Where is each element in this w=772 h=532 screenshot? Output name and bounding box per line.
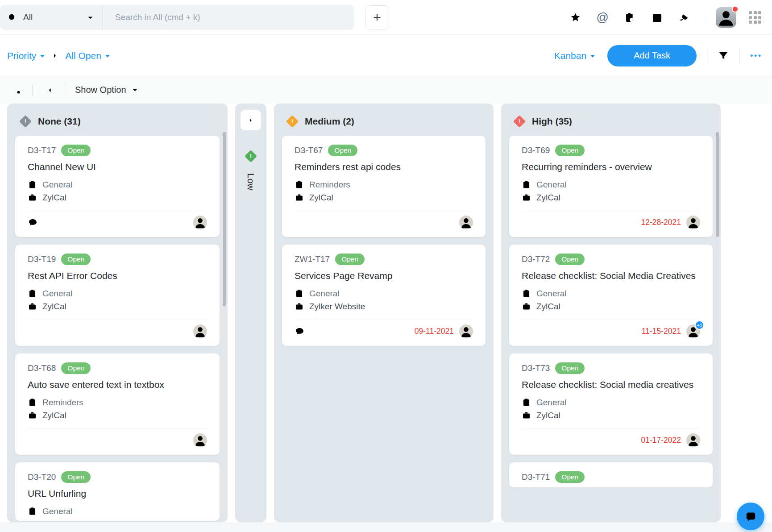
search-input[interactable] — [115, 12, 354, 22]
task-title[interactable]: Channel New UI — [28, 161, 207, 174]
collapse-columns-icon[interactable] — [42, 84, 55, 96]
column-header[interactable]: ! Medium (2) — [274, 104, 494, 136]
task-id[interactable]: D3-T72 — [522, 254, 550, 264]
task-id[interactable]: D3-T17 — [28, 145, 56, 155]
tasklist-icon — [28, 180, 37, 189]
task-title[interactable]: Services Page Revamp — [295, 270, 473, 283]
task-title[interactable]: Auto save entered text in textbox — [28, 378, 207, 391]
kanban-board: ! None (31) D3-T17 Open Channel New UI G… — [0, 104, 772, 522]
task-card[interactable]: D3-T67 Open Reminders rest api codes Rem… — [282, 136, 486, 237]
chat-fab-button[interactable] — [737, 503, 764, 530]
priority-medium-diamond-icon: ! — [286, 115, 299, 128]
board-settings-icon[interactable] — [10, 84, 22, 96]
task-title[interactable]: Rest API Error Codes — [28, 270, 207, 283]
favorites-star-icon[interactable] — [569, 12, 581, 24]
tasklist-label: General — [536, 180, 567, 190]
assignee-avatar[interactable] — [193, 433, 207, 447]
status-badge: Open — [555, 145, 585, 156]
due-date: 11-15-2021 — [642, 327, 681, 336]
user-avatar[interactable] — [716, 7, 736, 28]
task-card[interactable]: ZW1-T17 Open Services Page Revamp Genera… — [282, 245, 486, 346]
task-card[interactable]: D3-T19 Open Rest API Error Codes General… — [15, 245, 220, 346]
divider — [739, 48, 740, 64]
assignee-avatar[interactable] — [459, 216, 473, 229]
top-bar: All + @ — [0, 0, 772, 35]
task-card[interactable]: D3-T17 Open Channel New UI General ZylCa… — [15, 136, 220, 237]
divider — [32, 84, 33, 96]
tasklist-icon — [28, 289, 37, 298]
task-card[interactable]: D3-T71 Open — [509, 462, 713, 487]
column-title: None (31) — [38, 116, 81, 127]
tasklist-row: Reminders — [28, 398, 207, 407]
project-label: Zylker Website — [309, 302, 365, 312]
project-briefcase-icon — [295, 302, 304, 311]
task-card[interactable]: D3-T68 Open Auto save entered text in te… — [15, 353, 220, 455]
assignee-avatar[interactable] — [686, 433, 700, 447]
view-switch-dropdown[interactable]: Kanban — [539, 50, 595, 61]
caret-down-icon — [40, 55, 45, 58]
add-task-button[interactable]: Add Task — [607, 45, 697, 66]
comment-icon[interactable] — [28, 217, 38, 228]
tasklist-icon — [522, 180, 531, 189]
toolbar-actions: Kanban Add Task ••• — [539, 45, 762, 66]
task-id[interactable]: D3-T20 — [28, 472, 56, 482]
kanban-column-none: ! None (31) D3-T17 Open Channel New UI G… — [7, 104, 228, 522]
status-badge: Open — [61, 471, 91, 483]
breadcrumb-priority-dropdown[interactable]: Priority — [7, 50, 45, 61]
task-id[interactable]: D3-T71 — [522, 472, 550, 482]
task-id[interactable]: ZW1-T17 — [295, 254, 330, 264]
apps-grid-icon[interactable] — [749, 11, 761, 24]
person-icon — [686, 433, 700, 447]
task-card[interactable]: D3-T72 Open Release checklist: Social Me… — [509, 245, 713, 346]
column-scrollbar[interactable] — [223, 132, 226, 306]
tasklist-icon — [295, 289, 304, 298]
integrations-plug-icon[interactable] — [676, 9, 693, 26]
planned-tasks-icon[interactable] — [624, 12, 636, 24]
assignee-avatar[interactable] — [459, 324, 473, 338]
expand-column-button[interactable] — [241, 110, 261, 130]
column-header[interactable]: ! High (35) — [501, 104, 721, 136]
project-briefcase-icon — [295, 193, 304, 202]
status-badge: Open — [555, 362, 585, 374]
project-label: ZylCal — [536, 193, 560, 203]
task-id[interactable]: D3-T67 — [295, 145, 323, 155]
assignee-avatar[interactable] — [193, 216, 207, 229]
column-scrollbar[interactable] — [716, 132, 719, 237]
task-id[interactable]: D3-T68 — [28, 363, 56, 373]
task-card[interactable]: D3-T73 Open Release checklist: Social me… — [509, 353, 713, 455]
mentions-icon[interactable]: @ — [597, 12, 609, 24]
tasklist-row: General — [522, 180, 700, 190]
show-option-dropdown[interactable]: Show Option — [75, 85, 139, 95]
quick-add-button[interactable]: + — [365, 5, 389, 29]
topbar-actions: @ — [554, 0, 772, 35]
divider — [65, 84, 65, 96]
assignee-avatar-stack[interactable]: +1 — [686, 324, 700, 338]
project-briefcase-icon — [522, 302, 531, 311]
task-id[interactable]: D3-T19 — [28, 254, 56, 264]
project-briefcase-icon — [522, 411, 531, 420]
task-title[interactable]: Recurring reminders - overview — [522, 161, 700, 174]
column-header[interactable]: ! None (31) — [7, 104, 228, 136]
extra-assignees-badge[interactable]: +1 — [695, 320, 704, 330]
task-title[interactable]: Reminders rest api codes — [295, 161, 473, 174]
assignee-avatar[interactable] — [193, 324, 207, 338]
more-options-button[interactable]: ••• — [750, 51, 762, 60]
assignee-avatar[interactable] — [686, 216, 700, 229]
search-scope-dropdown[interactable]: All — [0, 5, 102, 30]
tasklist-row: Reminders — [295, 180, 473, 190]
filter-funnel-icon[interactable] — [718, 50, 729, 62]
task-id[interactable]: D3-T69 — [522, 145, 550, 155]
task-card[interactable]: D3-T20 Open URL Unfurling General — [15, 462, 220, 521]
view-toolbar: Priority All Open Kanban Add Task ••• — [0, 35, 772, 76]
project-row: ZylCal — [522, 302, 700, 312]
task-title[interactable]: Release checklist: Social media creative… — [522, 378, 700, 391]
task-card[interactable]: D3-T69 Open Recurring reminders - overvi… — [509, 136, 713, 237]
task-id[interactable]: D3-T73 — [522, 363, 550, 373]
caret-down-icon — [105, 55, 110, 58]
kanban-column-medium: ! Medium (2) D3-T67 Open Reminders rest … — [274, 104, 494, 522]
task-title[interactable]: Release checklist: Social Media Creative… — [522, 270, 700, 283]
calendar-icon[interactable] — [651, 12, 663, 24]
comment-icon[interactable] — [295, 326, 305, 337]
task-title[interactable]: URL Unfurling — [28, 487, 207, 500]
breadcrumb-filter-dropdown[interactable]: All Open — [65, 50, 110, 61]
